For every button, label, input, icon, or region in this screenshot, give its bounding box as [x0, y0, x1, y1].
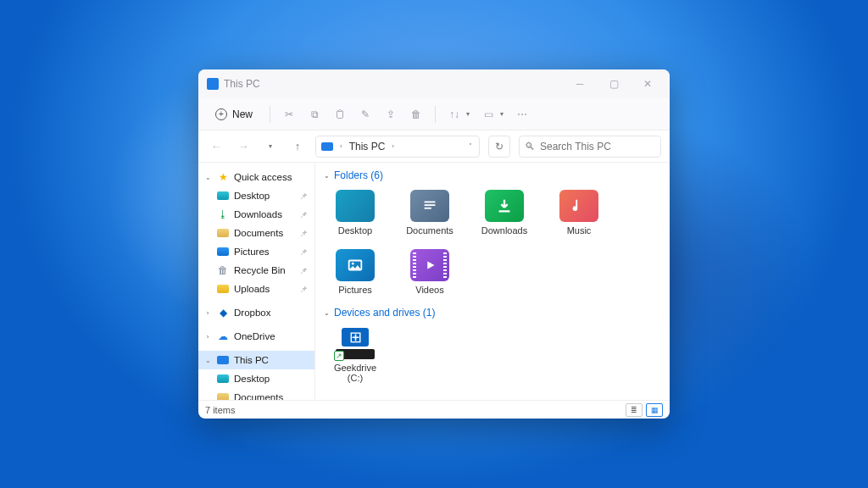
sidebar-item-pc-documents[interactable]: Documents [198, 388, 314, 400]
drive-c[interactable]: ⊞ ↗ Geekdrive (C:) [324, 322, 387, 388]
folder-documents[interactable]: Documents [398, 185, 461, 241]
breadcrumb-current: This PC [349, 141, 386, 152]
pc-icon [217, 356, 229, 364]
maximize-button[interactable]: ▢ [597, 69, 631, 98]
chevron-icon: › [392, 142, 394, 150]
sidebar-item-pictures[interactable]: Pictures📌︎ [198, 242, 314, 261]
sidebar-item-downloads[interactable]: ⭳Downloads📌︎ [198, 205, 314, 224]
sort-icon[interactable]: ↑↓ [448, 108, 461, 121]
drives-grid: ⊞ ↗ Geekdrive (C:) [324, 322, 661, 388]
rename-icon[interactable]: ✎ [359, 108, 372, 121]
file-explorer-window: This PC ─ ▢ ✕ + New ✂ ⧉ 📋︎ ✎ ⇪ 🗑︎ ↑↓▾ ▭▾… [198, 69, 670, 419]
new-label: New [232, 108, 253, 120]
downloads-icon [485, 190, 524, 222]
plus-icon: + [215, 108, 227, 120]
pin-icon: 📌︎ [299, 229, 308, 238]
content-pane: ⌄ Folders (6) Desktop Documents Download… [315, 163, 670, 400]
section-drives[interactable]: ⌄ Devices and drives (1) [324, 307, 661, 319]
videos-icon [410, 249, 449, 281]
sidebar-item-uploads[interactable]: Uploads📌︎ [198, 280, 314, 298]
pin-icon: 📌︎ [299, 191, 308, 201]
sidebar-thispc[interactable]: ⌄ This PC [198, 351, 314, 369]
folder-music[interactable]: Music [548, 185, 610, 241]
thispc-crumb-icon [321, 142, 333, 151]
breadcrumb-box[interactable]: › This PC › ˅ [315, 136, 480, 158]
view-tiles-button[interactable]: ▦ [646, 403, 663, 417]
cut-icon[interactable]: ✂ [282, 108, 296, 121]
chevron-down-icon: ⌄ [203, 357, 212, 364]
chevron-right-icon: › [203, 309, 212, 317]
sidebar-item-recyclebin[interactable]: 🗑︎Recycle Bin📌︎ [198, 261, 314, 280]
chevron-right-icon: › [203, 333, 212, 341]
pin-icon: 📌︎ [299, 247, 308, 257]
pin-icon: 📌︎ [299, 285, 308, 294]
copy-icon[interactable]: ⧉ [308, 108, 321, 121]
view-details-button[interactable]: ≣ [626, 403, 643, 417]
sidebar-dropbox[interactable]: › ◆ Dropbox [198, 303, 314, 322]
folder-downloads[interactable]: Downloads [473, 185, 536, 241]
new-button[interactable]: + New [210, 105, 258, 124]
share-icon[interactable]: ⇪ [384, 108, 398, 121]
desktop-icon [336, 190, 375, 222]
chevron-down-icon: ⌄ [324, 309, 330, 317]
folders-grid: Desktop Documents Downloads Music Pictur… [324, 185, 661, 300]
chevron-down-icon: ⌄ [203, 174, 212, 181]
sidebar-item-documents[interactable]: Documents📌︎ [198, 224, 314, 242]
shortcut-icon: ↗ [334, 351, 344, 361]
status-bar: 7 items ≣ ▦ [198, 400, 670, 419]
chevron-down-icon: ⌄ [324, 172, 330, 180]
pictures-icon [336, 249, 375, 281]
drive-icon: ⊞ ↗ [336, 327, 375, 359]
body: ⌄ ★ Quick access Desktop📌︎ ⭳Downloads📌︎ … [198, 163, 670, 400]
pin-icon: 📌︎ [299, 266, 308, 275]
search-icon: 🔍︎ [525, 141, 535, 152]
music-icon [559, 190, 598, 222]
dropbox-icon: ◆ [217, 307, 229, 319]
recent-button[interactable]: ▾ [261, 137, 280, 156]
pin-icon: 📌︎ [299, 210, 308, 219]
folder-pictures[interactable]: Pictures [324, 244, 387, 300]
item-count: 7 items [205, 405, 235, 415]
address-bar: ← → ▾ ↑ › This PC › ˅ ↻ 🔍︎ [198, 130, 670, 163]
sidebar-onedrive[interactable]: › ☁ OneDrive [198, 327, 314, 346]
chevron-icon: › [340, 142, 342, 150]
refresh-button[interactable]: ↻ [488, 136, 510, 158]
search-input[interactable] [540, 141, 655, 152]
section-folders[interactable]: ⌄ Folders (6) [324, 169, 661, 181]
up-button[interactable]: ↑ [288, 137, 307, 156]
delete-icon[interactable]: 🗑︎ [409, 108, 423, 121]
close-button[interactable]: ✕ [631, 69, 665, 98]
folder-videos[interactable]: Videos [398, 244, 461, 300]
toolbar: + New ✂ ⧉ 📋︎ ✎ ⇪ 🗑︎ ↑↓▾ ▭▾ ⋯ [198, 98, 670, 130]
star-icon: ★ [217, 171, 229, 183]
folder-desktop[interactable]: Desktop [324, 185, 387, 241]
svg-rect-0 [425, 202, 436, 203]
thispc-icon [207, 78, 219, 90]
svg-point-4 [352, 263, 354, 265]
svg-rect-2 [425, 208, 431, 209]
minimize-button[interactable]: ─ [563, 69, 597, 98]
documents-icon [410, 190, 449, 222]
sidebar: ⌄ ★ Quick access Desktop📌︎ ⭳Downloads📌︎ … [198, 163, 315, 400]
sidebar-item-pc-desktop[interactable]: Desktop [198, 369, 314, 388]
titlebar: This PC ─ ▢ ✕ [198, 69, 670, 98]
sidebar-label: Quick access [234, 172, 292, 182]
sidebar-item-desktop[interactable]: Desktop📌︎ [198, 186, 314, 205]
sidebar-quick-access[interactable]: ⌄ ★ Quick access [198, 168, 314, 186]
forward-button[interactable]: → [234, 137, 253, 156]
cloud-icon: ☁ [217, 330, 229, 342]
window-title: This PC [224, 78, 260, 90]
search-box[interactable]: 🔍︎ [519, 136, 661, 158]
svg-rect-1 [425, 204, 436, 206]
view-icon[interactable]: ▭ [481, 108, 495, 121]
back-button[interactable]: ← [207, 137, 225, 156]
paste-icon[interactable]: 📋︎ [333, 108, 347, 121]
more-icon[interactable]: ⋯ [515, 108, 529, 121]
chevron-down-icon[interactable]: ˅ [469, 142, 472, 150]
